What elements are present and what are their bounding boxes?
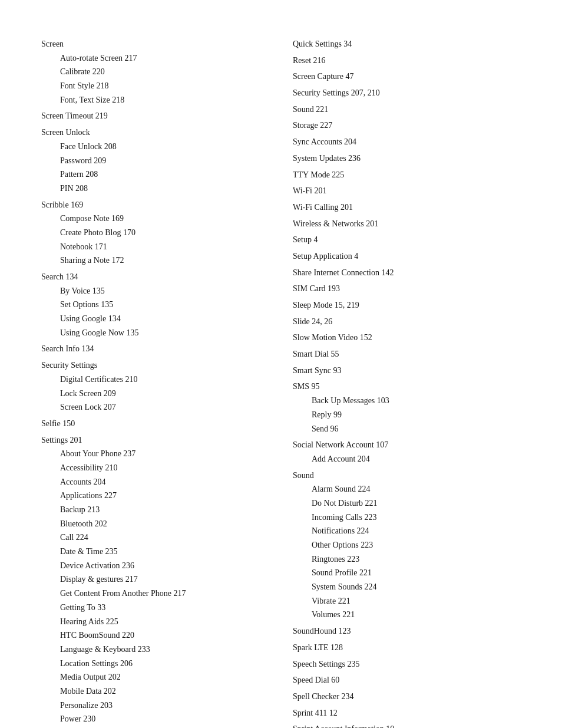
index-entry: Call 224 [41,531,269,544]
index-entry: SoundHound 123 [293,625,521,638]
index-entry: Sound Profile 221 [293,566,521,579]
index-entry: Smart Dial 55 [293,348,521,361]
index-entry: Create Photo Blog 170 [41,226,269,239]
index-entry: Storage 227 [293,119,521,132]
page: ScreenAuto-rotate Screen 217Calibrate 22… [0,0,562,728]
index-entry: Social Network Account 107 [293,439,521,452]
index-entry: Slow Motion Video 152 [293,331,521,344]
index-entry: Location Settings 206 [41,657,269,670]
index-entry: Back Up Messages 103 [293,394,521,407]
index-entry: Hearing Aids 225 [41,615,269,628]
index-entry: Media Output 202 [41,671,269,684]
index-entry: Send 96 [293,423,521,436]
index-entry: Mobile Data 202 [41,685,269,698]
index-entry: Share Internet Connection 142 [293,266,521,279]
index-entry: Search 134 [41,271,269,284]
index-entry: Screen [41,38,269,51]
index-entry: Smart Sync 93 [293,364,521,377]
index-entry: System Sounds 224 [293,581,521,594]
index-entry: Setup 4 [293,233,521,246]
index-entry: Sprint Account Information 10 [293,723,521,728]
index-entry: Pattern 208 [41,168,269,181]
index-entry: Security Settings 207, 210 [293,87,521,100]
index-entry: HTC BoomSound 220 [41,629,269,642]
index-entry: Getting To 33 [41,601,269,614]
index-entry: Font Style 218 [41,80,269,93]
index-entry: Sound [293,469,521,482]
index-entry: Wireless & Networks 201 [293,218,521,230]
index-entry: Settings 201 [41,434,269,447]
index-entry: Date & Time 235 [41,545,269,558]
index-entry: Accessibility 210 [41,462,269,475]
index-entry: Setup Application 4 [293,250,521,263]
index-entry: Incoming Calls 223 [293,511,521,524]
index-entry: Screen Timeout 219 [41,110,269,123]
index-entry: Set Options 135 [41,298,269,311]
index-entry: Security Settings [41,359,269,372]
index-entry: Vibrate 221 [293,595,521,608]
index-entry: SIM Card 193 [293,282,521,295]
index-entry: Sprint 411 12 [293,707,521,720]
index-entry: Font, Text Size 218 [41,94,269,107]
index-entry: Compose Note 169 [41,212,269,225]
index-entry: Get Content From Another Phone 217 [41,587,269,600]
index-entry: Sync Accounts 204 [293,136,521,149]
index-entry: Spark LTE 128 [293,641,521,654]
index-entry: Screen Unlock [41,126,269,139]
index-entry: Search Info 134 [41,342,269,355]
index-entry: Speed Dial 60 [293,674,521,687]
index-entry: Spell Checker 234 [293,690,521,703]
index-entry: Scribble 169 [41,199,269,212]
index-entry: Selfie 150 [41,417,269,430]
index-entry: Quick Settings 34 [293,38,521,51]
index-entry: About Your Phone 237 [41,447,269,460]
index-entry: Screen Lock 207 [41,401,269,414]
index-entry: Sound 221 [293,103,521,116]
index-entry: Device Activation 236 [41,559,269,572]
index-entry: Slide 24, 26 [293,315,521,328]
index-entry: Accounts 204 [41,476,269,489]
index-entry: Display & gestures 217 [41,573,269,586]
index-entry: Auto-rotate Screen 217 [41,52,269,65]
index-entry: Using Google Now 135 [41,327,269,340]
index-entry: Power 230 [41,713,269,726]
index-entry: Calibrate 220 [41,65,269,78]
index-entry: Wi-Fi Calling 201 [293,201,521,214]
index-entry: PIN 208 [41,182,269,195]
index-entry: Digital Certificates 210 [41,373,269,386]
index-entry: Applications 227 [41,489,269,502]
index-entry: Reset 216 [293,54,521,67]
index-entry: Sleep Mode 15, 219 [293,299,521,312]
index-entry: Speech Settings 235 [293,658,521,671]
index-entry: SMS 95 [293,380,521,393]
index-entry: Backup 213 [41,503,269,516]
index-entry: Wi-Fi 201 [293,185,521,197]
index-entry: System Updates 236 [293,152,521,165]
index-entry: Lock Screen 209 [41,387,269,400]
index-entry: TTY Mode 225 [293,169,521,182]
index-entry: Face Unlock 208 [41,140,269,153]
left-column: ScreenAuto-rotate Screen 217Calibrate 22… [41,35,269,728]
right-column: Quick Settings 34Reset 216Screen Capture… [293,35,521,728]
index-entry: Notifications 224 [293,525,521,538]
index-entry: Language & Keyboard 233 [41,643,269,656]
index-entry: Sharing a Note 172 [41,254,269,267]
index-entry: Personalize 203 [41,699,269,712]
content-wrapper: ScreenAuto-rotate Screen 217Calibrate 22… [41,35,521,728]
index-entry: Notebook 171 [41,241,269,253]
index-entry: Bluetooth 202 [41,518,269,531]
index-entry: Volumes 221 [293,608,521,621]
index-entry: Reply 99 [293,409,521,421]
index-entry: By Voice 135 [41,285,269,298]
index-entry: Password 209 [41,154,269,167]
index-entry: Screen Capture 47 [293,70,521,83]
index-entry: Ringtones 223 [293,553,521,566]
index-entry: Do Not Disturb 221 [293,497,521,510]
index-entry: Other Options 223 [293,539,521,552]
index-entry: Add Account 204 [293,453,521,466]
index-entry: Using Google 134 [41,312,269,325]
index-entry: Alarm Sound 224 [293,483,521,496]
